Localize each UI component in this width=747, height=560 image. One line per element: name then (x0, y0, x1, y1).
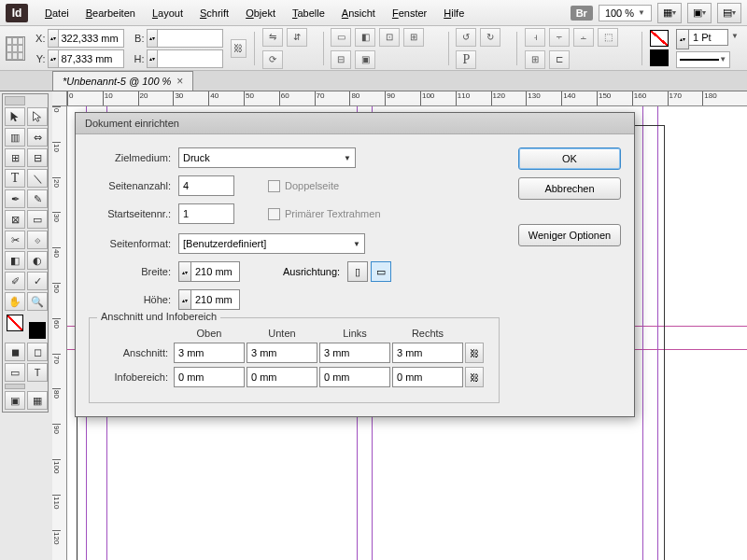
document-tab[interactable]: *Unbenannt-5 @ 100 %× (52, 71, 193, 91)
zoom-select[interactable]: 100 %▼ (599, 5, 652, 21)
doppelseite-checkbox[interactable]: Doppelseite (268, 180, 339, 192)
stroke-weight-spinner[interactable]: ▴▾ (676, 29, 689, 49)
menu-datei[interactable]: Datei (37, 4, 77, 22)
align-middle-icon[interactable]: ⫟ (549, 28, 570, 47)
cancel-button[interactable]: Abbrechen (518, 177, 621, 200)
formatting-text-icon[interactable]: T (27, 363, 48, 382)
content-placer-tool[interactable]: ⊟ (27, 148, 48, 167)
arrange-button[interactable]: ▤▾ (717, 3, 741, 23)
formatting-container-icon[interactable]: ▭ (5, 363, 25, 382)
seitenformat-select[interactable]: [Benutzerdefiniert]▼ (178, 233, 365, 254)
eyedropper-tool[interactable]: ✓ (27, 272, 48, 290)
menu-schrift[interactable]: Schrift (192, 4, 236, 22)
content-collector-tool[interactable]: ⊞ (5, 148, 25, 167)
menu-layout[interactable]: Layout (145, 4, 190, 22)
orientation-landscape-button[interactable]: ▭ (371, 261, 391, 282)
rotate-ccw-icon[interactable]: ↺ (456, 28, 476, 47)
menu-tabelle[interactable]: Tabelle (285, 4, 332, 22)
view-options-button[interactable]: ▦▾ (657, 3, 682, 23)
w-input[interactable] (158, 29, 223, 48)
anschnitt-rechts-input[interactable] (392, 343, 463, 363)
reference-point-grid[interactable] (6, 36, 25, 61)
flip-v-icon[interactable]: ⇵ (287, 28, 307, 47)
anschnitt-links-input[interactable] (319, 343, 390, 363)
bridge-button[interactable]: Br (571, 6, 593, 21)
pencil-tool[interactable]: ✎ (27, 189, 48, 208)
infobereich-oben-input[interactable] (174, 367, 245, 387)
rotate-icon[interactable]: ⟳ (262, 50, 283, 69)
menu-ansicht[interactable]: Ansicht (334, 4, 383, 22)
menu-objekt[interactable]: Objekt (238, 4, 283, 22)
select-content-icon[interactable]: ◧ (355, 28, 375, 47)
menu-fenster[interactable]: Fenster (385, 4, 434, 22)
rectangle-tool[interactable]: ▭ (27, 210, 48, 229)
align-top-icon[interactable]: ⫞ (525, 28, 545, 47)
ruler-origin[interactable] (52, 91, 67, 106)
w-spinner[interactable]: ▴▾ (147, 29, 158, 48)
align-bottom-icon[interactable]: ⫠ (573, 28, 594, 47)
rectangle-frame-tool[interactable]: ⊠ (5, 210, 25, 229)
h-spinner[interactable]: ▴▾ (147, 49, 158, 68)
x-input[interactable] (59, 29, 124, 48)
select-container-icon[interactable]: ▭ (331, 28, 351, 47)
type-tool[interactable]: T (5, 169, 25, 188)
x-spinner[interactable]: ▴▾ (48, 29, 59, 48)
scissors-tool[interactable]: ✂ (5, 231, 25, 249)
gap-tool[interactable]: ⇔ (27, 128, 48, 147)
zielmedium-select[interactable]: Druck▼ (178, 147, 356, 168)
gradient-tool[interactable]: ◧ (5, 251, 25, 270)
hoehe-spinner[interactable]: ▴▾ (178, 289, 191, 310)
direct-selection-tool[interactable] (27, 107, 48, 126)
horizontal-ruler[interactable]: 0102030405060708090100110120130140150160… (67, 91, 747, 106)
fit-content-icon[interactable]: ⊡ (379, 28, 400, 47)
ok-button[interactable]: OK (518, 147, 621, 170)
distribute-v-icon[interactable]: ⊞ (525, 50, 545, 69)
startseite-input[interactable] (178, 203, 234, 224)
fill-frame-icon[interactable]: ▣ (355, 50, 375, 69)
center-content-icon[interactable]: ⊟ (331, 50, 351, 69)
panel-grip[interactable] (5, 96, 25, 105)
distribute-h-icon[interactable]: ⬚ (598, 28, 618, 47)
hoehe-input[interactable] (191, 289, 240, 310)
fill-stroke-swatches[interactable] (5, 313, 48, 341)
stroke-weight-input[interactable] (689, 29, 728, 46)
text-wrap-icon[interactable]: P (456, 50, 476, 69)
normal-view-icon[interactable]: ▣ (5, 391, 25, 410)
y-spinner[interactable]: ▴▾ (48, 49, 59, 68)
infobereich-link-icon[interactable]: ⛓ (465, 367, 484, 387)
anschnitt-link-icon[interactable]: ⛓ (465, 343, 484, 363)
fill-swatch[interactable] (650, 30, 669, 47)
y-input[interactable] (59, 49, 124, 68)
apply-none-icon[interactable]: ◻ (27, 343, 48, 361)
infobereich-rechts-input[interactable] (392, 367, 463, 387)
screen-mode-button[interactable]: ▣▾ (687, 3, 712, 23)
flip-h-icon[interactable]: ⇋ (262, 28, 283, 47)
gradient-feather-tool[interactable]: ◐ (27, 251, 48, 270)
pen-tool[interactable]: ✒ (5, 189, 25, 208)
infobereich-links-input[interactable] (319, 367, 390, 387)
hand-tool[interactable]: ✋ (5, 292, 25, 311)
constrain-icon[interactable]: ⛓ (231, 39, 247, 58)
close-tab-icon[interactable]: × (176, 75, 183, 88)
orientation-portrait-button[interactable]: ▯ (347, 261, 368, 282)
infobereich-unten-input[interactable] (247, 367, 317, 387)
zoom-tool[interactable]: 🔍 (27, 292, 48, 311)
apply-color-icon[interactable]: ◼ (5, 343, 25, 361)
seitenanzahl-input[interactable] (178, 175, 234, 196)
h-input[interactable] (158, 49, 223, 68)
anschnitt-unten-input[interactable] (247, 343, 317, 363)
fit-frame-icon[interactable]: ⊞ (403, 28, 424, 47)
anschnitt-oben-input[interactable] (174, 343, 245, 363)
vertical-ruler[interactable]: 0102030405060708090100110120 (52, 106, 67, 560)
primaer-checkbox[interactable]: Primärer Textrahmen (268, 208, 381, 220)
breite-input[interactable] (191, 261, 240, 282)
stroke-swatch[interactable] (650, 49, 669, 66)
line-tool[interactable]: ＼ (27, 169, 48, 188)
breite-spinner[interactable]: ▴▾ (178, 261, 191, 282)
free-transform-tool[interactable]: ⟐ (27, 231, 48, 249)
menu-bearbeiten[interactable]: Bearbeiten (78, 4, 143, 22)
align-left-icon[interactable]: ⊏ (549, 50, 570, 69)
weniger-optionen-button[interactable]: Weniger Optionen (518, 224, 621, 246)
rotate-cw-icon[interactable]: ↻ (480, 28, 500, 47)
note-tool[interactable]: ✐ (5, 272, 25, 290)
